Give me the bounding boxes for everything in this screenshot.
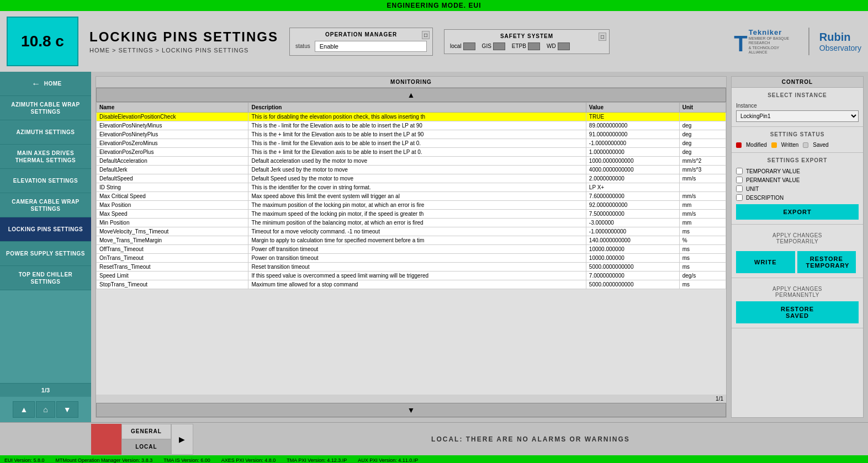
sidebar-item-top-end-chiller[interactable]: TOP END CHILLER SETTINGS <box>0 266 91 290</box>
safety-local: local <box>450 42 475 50</box>
sidebar-item-main-axes-drives[interactable]: MAIN AXES DRIVES THERMAL SETTINGS <box>0 145 91 169</box>
export-permanent-value[interactable]: PERMANENT VALUE <box>736 177 859 183</box>
table-row[interactable]: OnTrans_TimeoutPower on transition timeo… <box>97 254 726 263</box>
alarm-tab-local[interactable]: LOCAL <box>121 439 171 455</box>
page-indicator: 1/3 <box>0 383 91 397</box>
table-row[interactable]: StopTrans_TimeoutMaximum time allowed fo… <box>97 280 726 289</box>
apply-permanently-section: APPLY CHANGESPERMANENTLY RESTORESAVED <box>732 278 863 328</box>
sidebar-home-button[interactable]: ⌂ <box>36 401 55 418</box>
alarm-icon-button[interactable]: ▶ <box>171 424 193 455</box>
table-row[interactable]: Min PositionThe minimum position of the … <box>97 219 726 227</box>
export-unit[interactable]: UNIT <box>736 185 859 192</box>
modified-dot <box>736 142 742 148</box>
table-row[interactable]: Speed LimitIf this speed value is overco… <box>97 272 726 280</box>
sidebar-elevation-label: ELEVATION SETTINGS <box>13 177 78 184</box>
table-inner: Name Description Value Unit DisableEleva… <box>96 102 726 395</box>
breadcrumb: HOME > SETTINGS > LOCKING PINS SETTINGS <box>89 47 278 54</box>
alarm-tab-general[interactable]: GENERAL <box>121 424 171 439</box>
table-row[interactable]: MoveVelocity_Tms_TimeoutTimeout for a mo… <box>97 227 726 236</box>
table-row[interactable]: ResetTrans_TimeoutReset transition timeo… <box>97 263 726 272</box>
select-instance-section: SELECT INSTANCE Instance LockingPin1 Loc… <box>732 88 863 127</box>
export-description-checkbox[interactable] <box>736 194 743 201</box>
sidebar-azimuth-label: AZIMUTH SETTINGS <box>17 129 75 136</box>
monitoring-table: Name Description Value Unit DisableEleva… <box>96 102 726 289</box>
operation-manager-box: OPERATION MANAGER status Enable □ <box>289 28 433 56</box>
select-instance-title: SELECT INSTANCE <box>736 92 859 98</box>
instance-dropdown[interactable]: LockingPin1 LockingPin2 <box>736 110 859 122</box>
tekniker-sub: MEMBER OF BASQUE RESEARCH& TECHNOLOGY AL… <box>749 36 798 55</box>
scroll-down-button[interactable]: ▼ <box>96 403 726 417</box>
page-title-area: LOCKING PINS SETTINGS HOME > SETTINGS > … <box>89 29 278 54</box>
table-row[interactable]: Max Critical SpeedMax speed above this l… <box>97 192 726 201</box>
etpb-indicator <box>528 42 540 50</box>
table-scroll-wrapper: ▲ Name Description Value Unit Disab <box>96 88 726 417</box>
saved-dot <box>803 142 808 148</box>
export-temporary-checkbox[interactable] <box>736 168 743 174</box>
gis-indicator <box>493 42 505 50</box>
sidebar-item-elevation[interactable]: ELEVATION SETTINGS <box>0 169 91 193</box>
sidebar-item-azimuth-cable-wrap[interactable]: AZIMUTH CABLE WRAP SETTINGS <box>0 96 91 120</box>
setting-status-row: Modified Written Saved <box>736 142 859 148</box>
table-row[interactable]: ElevationPosZeroMinusThis is the - limit… <box>97 139 726 148</box>
content-area: MONITORING ▲ Name Description Value Unit <box>91 72 868 422</box>
engineering-mode-bar: ENGINEERING MODE. EUI <box>0 0 868 11</box>
restore-temporary-button[interactable]: RESTORETEMPORARY <box>797 251 856 273</box>
alarm-tab-general-label: GENERAL <box>131 428 162 434</box>
local-indicator <box>463 42 475 50</box>
table-row[interactable]: DefaultJerkDefault Jerk used by the moto… <box>97 166 726 174</box>
logo-area: T Tekniker MEMBER OF BASQUE RESEARCH& TE… <box>734 28 861 55</box>
safety-system-title: SAFETY SYSTEM <box>450 33 604 39</box>
rubin-observatory: Observatory <box>819 44 861 52</box>
export-button[interactable]: EXPORT <box>736 204 859 220</box>
sidebar-spacer <box>0 290 91 383</box>
table-row[interactable]: DefaultSpeedDefault Speed used by the mo… <box>97 174 726 183</box>
table-row[interactable]: ID StringThis is the identifier for the … <box>97 183 726 192</box>
monitoring-header: MONITORING <box>96 77 726 88</box>
write-button[interactable]: WRITE <box>736 251 795 273</box>
table-row[interactable]: OffTrans_TimeoutPower off transition tim… <box>97 245 726 254</box>
settings-export-title: SETTINGS EXPORT <box>736 157 859 163</box>
table-row[interactable]: ElevationPosNinetyMinusThis is the - lim… <box>97 121 726 130</box>
table-row[interactable]: Max PositionThe maximum position of the … <box>97 201 726 210</box>
table-row[interactable]: DisableElevationPositionCheckThis is for… <box>97 113 726 121</box>
modified-label: Modified <box>746 142 767 148</box>
table-row[interactable]: ElevationPosZeroPlusThis is the + limit … <box>97 148 726 157</box>
version-item: AUX PXI Version: 4.11.0.IP <box>358 457 418 463</box>
safety-wd: WD <box>547 42 570 50</box>
alarm-cursor-icon: ▶ <box>179 435 185 444</box>
sidebar-item-locking-pins[interactable]: LOCKING PINS SETTINGS <box>0 217 91 242</box>
version-item: TMA IS Version: 6.00 <box>163 457 210 463</box>
scroll-up-button[interactable]: ▲ <box>96 88 726 102</box>
export-description[interactable]: DESCRIPTION <box>736 194 859 201</box>
table-row[interactable]: DefaultAccelerationDefault acceleration … <box>97 157 726 166</box>
safety-system-icon[interactable]: □ <box>599 33 606 41</box>
sidebar-next-button[interactable]: ▼ <box>56 401 78 418</box>
saved-label: Saved <box>813 142 828 148</box>
sidebar-azimuth-cable-wrap-label: AZIMUTH CABLE WRAP SETTINGS <box>4 101 87 115</box>
operation-status-value: Enable <box>315 41 427 52</box>
table-row[interactable]: Max SpeedThe maximum speed of the lockin… <box>97 210 726 219</box>
temperature-badge: 10.8 c <box>7 17 78 66</box>
sidebar-top-end-chiller-label: TOP END CHILLER SETTINGS <box>4 271 87 285</box>
tekniker-t-icon: T <box>734 33 747 55</box>
version-item: TMA PXI Version: 4.12.3.IP <box>287 457 347 463</box>
version-item: MTMount Operation Manager Version: 3.8.3 <box>56 457 153 463</box>
sidebar-item-azimuth[interactable]: AZIMUTH SETTINGS <box>0 120 91 145</box>
apply-temporarily-btn-row: WRITE RESTORETEMPORARY <box>736 248 859 273</box>
safety-system-box: SAFETY SYSTEM local GIS ETPB WD □ <box>444 29 610 54</box>
export-temporary-value[interactable]: TEMPORARY VALUE <box>736 168 859 174</box>
sidebar-item-home[interactable]: ← HOME <box>0 72 91 96</box>
sidebar-power-supply-label: POWER SUPPLY SETTINGS <box>6 250 85 257</box>
table-row[interactable]: Move_Trans_TimeMarginMargin to apply to … <box>97 236 726 245</box>
restore-saved-button[interactable]: RESTORESAVED <box>736 301 859 323</box>
sidebar-prev-button[interactable]: ▲ <box>13 401 35 418</box>
sidebar-locking-pins-label: LOCKING PINS SETTINGS <box>8 226 83 233</box>
operation-manager-icon[interactable]: □ <box>422 31 430 39</box>
table-row[interactable]: ElevationPosNinetyPlusThis is the + limi… <box>97 130 726 139</box>
sidebar-item-power-supply[interactable]: POWER SUPPLY SETTINGS <box>0 242 91 266</box>
sidebar-item-camera-cable-wrap[interactable]: CAMERA CABLE WRAP SETTINGS <box>0 193 91 217</box>
status-label: status <box>295 43 310 49</box>
export-unit-checkbox[interactable] <box>736 185 743 192</box>
sidebar-main-axes-label: MAIN AXES DRIVES THERMAL SETTINGS <box>4 150 87 164</box>
export-permanent-checkbox[interactable] <box>736 177 743 183</box>
